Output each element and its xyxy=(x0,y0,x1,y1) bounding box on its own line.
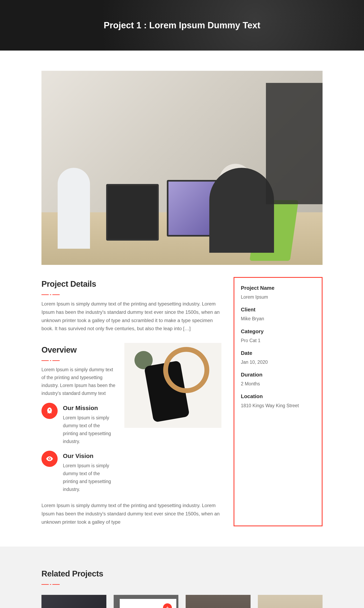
overview-footer: Lorem Ipsum is simply dummy text of the … xyxy=(41,502,221,526)
overview-heading: Overview xyxy=(41,343,116,357)
vision-body: Lorem Ipsum is simply dummy text of the … xyxy=(63,462,116,493)
hero-banner: Project 1 : Lorem Ipsum Dummy Text xyxy=(0,0,364,51)
meta-location-label: Location xyxy=(241,392,315,401)
vision-block: Our Vision Lorem Ipsum is simply dummy t… xyxy=(41,451,116,493)
related-card-2[interactable]: + Pro Cat 2 Project 6 : Lorem Ipsum Dumm… xyxy=(114,595,179,608)
eye-icon xyxy=(41,451,58,467)
rocket-icon xyxy=(41,403,58,419)
project-details-heading: Project Details xyxy=(41,277,221,291)
project-details-body: Lorem Ipsum is simply dummy text of the … xyxy=(41,300,221,333)
related-card-3[interactable] xyxy=(186,595,250,608)
page-title: Project 1 : Lorem Ipsum Dummy Text xyxy=(104,18,260,33)
overview-intro: Lorem Ipsum is simply dummy text of the … xyxy=(41,366,116,397)
mission-block: Our Mission Lorem Ipsum is simply dummy … xyxy=(41,403,116,445)
meta-project-name-label: Project Name xyxy=(241,284,315,292)
featured-image xyxy=(41,71,323,265)
meta-category-label: Category xyxy=(241,327,315,336)
related-card-4[interactable] xyxy=(258,595,323,608)
meta-date: Jan 10, 2020 xyxy=(241,358,315,366)
mission-body: Lorem Ipsum is simply dummy text of the … xyxy=(63,414,116,445)
meta-location: 1810 Kings Way King Street xyxy=(241,402,315,410)
related-card-1[interactable] xyxy=(41,595,106,608)
meta-duration-label: Duration xyxy=(241,370,315,379)
overview-image xyxy=(124,343,221,428)
meta-client-label: Client xyxy=(241,305,315,314)
plus-icon[interactable]: + xyxy=(163,603,172,608)
vision-title: Our Vision xyxy=(63,451,116,461)
project-meta-box: Project Name Lorem Ipsum Client Mike Bry… xyxy=(234,277,323,526)
related-heading: Related Projects xyxy=(41,567,323,581)
meta-duration: 2 Months xyxy=(241,380,315,388)
divider xyxy=(41,584,323,585)
divider xyxy=(41,294,221,295)
mission-title: Our Mission xyxy=(63,403,116,413)
meta-client: Mike Bryan xyxy=(241,315,315,323)
meta-project-name: Lorem Ipsum xyxy=(241,293,315,301)
divider xyxy=(41,360,116,361)
meta-category: Pro Cat 1 xyxy=(241,337,315,345)
meta-date-label: Date xyxy=(241,349,315,358)
